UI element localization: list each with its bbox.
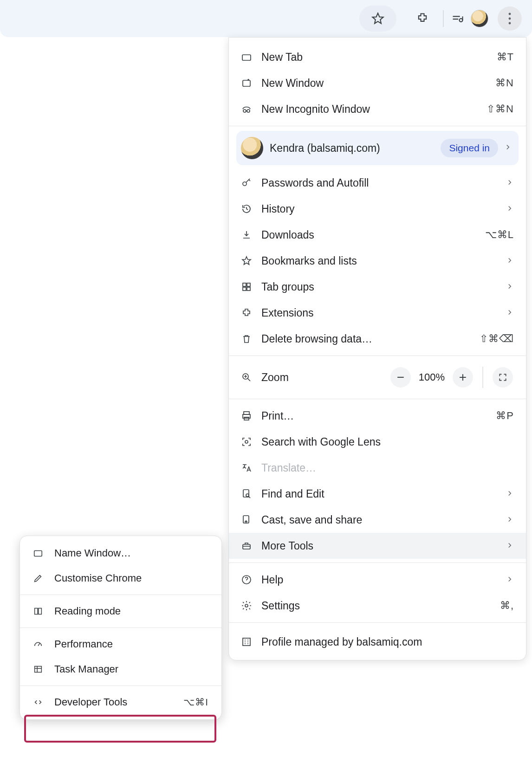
- fullscreen-button[interactable]: [493, 367, 513, 388]
- zoom-in-button[interactable]: +: [453, 367, 473, 388]
- menu-label: Translate…: [261, 462, 514, 474]
- menu-delete-browsing-data[interactable]: Delete browsing data… ⇧⌘⌫: [229, 326, 526, 352]
- submenu-label: Performance: [54, 638, 208, 650]
- window-plus-icon: [241, 78, 261, 89]
- chevron-right-icon: [506, 281, 514, 293]
- menu-history[interactable]: History: [229, 196, 526, 222]
- profile-avatar[interactable]: [471, 10, 488, 27]
- submenu-divider: [20, 627, 221, 628]
- chevron-right-icon: [506, 574, 514, 586]
- menu-shortcut: ⌘N: [495, 77, 514, 89]
- menu-divider: [229, 126, 526, 126]
- menu-new-tab[interactable]: New Tab ⌘T: [229, 44, 526, 70]
- star-icon[interactable]: [371, 12, 384, 25]
- menu-profile[interactable]: Kendra (balsamiq.com) Signed in: [236, 131, 519, 165]
- menu-divider: [229, 563, 526, 563]
- gauge-icon: [33, 639, 54, 649]
- menu-downloads[interactable]: Downloads ⌥⌘L: [229, 222, 526, 248]
- menu-print[interactable]: Print… ⌘P: [229, 403, 526, 429]
- svg-rect-14: [247, 287, 250, 291]
- svg-rect-6: [243, 80, 250, 86]
- profile-avatar-icon: [241, 137, 263, 159]
- menu-tab-groups[interactable]: Tab groups: [229, 274, 526, 300]
- menu-google-lens[interactable]: Search with Google Lens: [229, 429, 526, 455]
- menu-incognito[interactable]: New Incognito Window ⇧⌘N: [229, 96, 526, 122]
- menu-label: Help: [261, 574, 506, 586]
- separator: [482, 367, 483, 388]
- menu-shortcut: ⌥⌘L: [485, 229, 514, 241]
- submenu-name-window[interactable]: Name Window…: [20, 541, 221, 566]
- menu-help[interactable]: Help: [229, 567, 526, 593]
- media-controls-icon[interactable]: [451, 12, 464, 25]
- submenu-shortcut: ⌥⌘I: [183, 697, 208, 708]
- menu-bookmarks[interactable]: Bookmarks and lists: [229, 248, 526, 274]
- menu-shortcut: ⌘P: [496, 410, 514, 422]
- menu-label: New Tab: [261, 51, 497, 64]
- svg-rect-26: [243, 638, 250, 646]
- submenu-customise-chrome[interactable]: Customise Chrome: [20, 566, 221, 591]
- more-tools-submenu: Name Window… Customise Chrome Reading mo…: [19, 536, 222, 720]
- toolbar-separator: [443, 10, 444, 27]
- menu-new-window[interactable]: New Window ⌘N: [229, 70, 526, 96]
- svg-rect-16: [244, 412, 249, 414]
- menu-settings[interactable]: Settings ⌘,: [229, 593, 526, 619]
- submenu-reading-mode[interactable]: Reading mode: [20, 599, 221, 624]
- window-icon: [33, 548, 54, 558]
- menu-label: Downloads: [261, 229, 485, 241]
- svg-point-25: [245, 604, 248, 607]
- menu-extensions[interactable]: Extensions: [229, 300, 526, 326]
- menu-shortcut: ⌘,: [500, 600, 514, 612]
- menu-managed-profile[interactable]: Profile managed by balsamiq.com: [229, 627, 526, 657]
- profile-name: Kendra (balsamiq.com): [270, 142, 441, 155]
- svg-rect-23: [243, 544, 250, 549]
- menu-label: Delete browsing data…: [261, 333, 480, 345]
- gear-icon: [241, 600, 261, 611]
- menu-shortcut: ⇧⌘⌫: [480, 333, 514, 345]
- menu-translate: Translate…: [229, 455, 526, 481]
- find-icon: [241, 488, 261, 499]
- submenu-divider: [20, 595, 221, 595]
- print-icon: [241, 410, 261, 421]
- lens-icon: [241, 436, 261, 447]
- chevron-right-icon: [506, 540, 514, 552]
- menu-label: Extensions: [261, 307, 506, 319]
- svg-marker-10: [242, 257, 251, 265]
- menu-find-edit[interactable]: Find and Edit: [229, 481, 526, 507]
- zoom-icon: [241, 372, 261, 383]
- menu-shortcut: ⇧⌘N: [487, 103, 514, 115]
- submenu-developer-tools[interactable]: Developer Tools ⌥⌘I: [20, 690, 221, 715]
- main-menu: New Tab ⌘T New Window ⌘N New Incognito W…: [228, 37, 526, 660]
- address-bar-right[interactable]: [359, 6, 396, 32]
- menu-label: More Tools: [261, 540, 506, 552]
- svg-rect-28: [35, 666, 42, 673]
- toolbox-icon: [241, 540, 261, 551]
- submenu-performance[interactable]: Performance: [20, 632, 221, 657]
- chevron-right-icon: [506, 203, 514, 215]
- menu-label: Find and Edit: [261, 488, 506, 500]
- menu-zoom: Zoom − 100% +: [229, 360, 526, 395]
- signed-in-badge: Signed in: [441, 139, 498, 157]
- menu-label: Zoom: [261, 371, 388, 384]
- menu-passwords[interactable]: Passwords and Autofill: [229, 170, 526, 196]
- extensions-icon[interactable]: [416, 12, 429, 25]
- menu-label: Passwords and Autofill: [261, 177, 506, 189]
- kebab-menu-button[interactable]: [498, 6, 522, 31]
- star-icon: [241, 255, 261, 266]
- table-icon: [33, 664, 54, 674]
- chevron-right-icon: [504, 143, 512, 153]
- chevron-right-icon: [506, 514, 514, 526]
- submenu-label: Reading mode: [54, 605, 208, 617]
- menu-label: Settings: [261, 600, 500, 612]
- submenu-task-manager[interactable]: Task Manager: [20, 657, 221, 682]
- zoom-out-button[interactable]: −: [390, 367, 411, 388]
- grid-icon: [241, 281, 261, 292]
- menu-label: New Window: [261, 77, 495, 90]
- book-icon: [33, 606, 54, 616]
- menu-more-tools[interactable]: More Tools: [229, 533, 526, 559]
- chevron-right-icon: [506, 255, 514, 267]
- translate-icon: [241, 462, 261, 473]
- zoom-value: 100%: [414, 371, 450, 383]
- svg-rect-27: [34, 551, 42, 556]
- trash-icon: [241, 333, 261, 344]
- menu-cast-save-share[interactable]: Cast, save and share: [229, 507, 526, 533]
